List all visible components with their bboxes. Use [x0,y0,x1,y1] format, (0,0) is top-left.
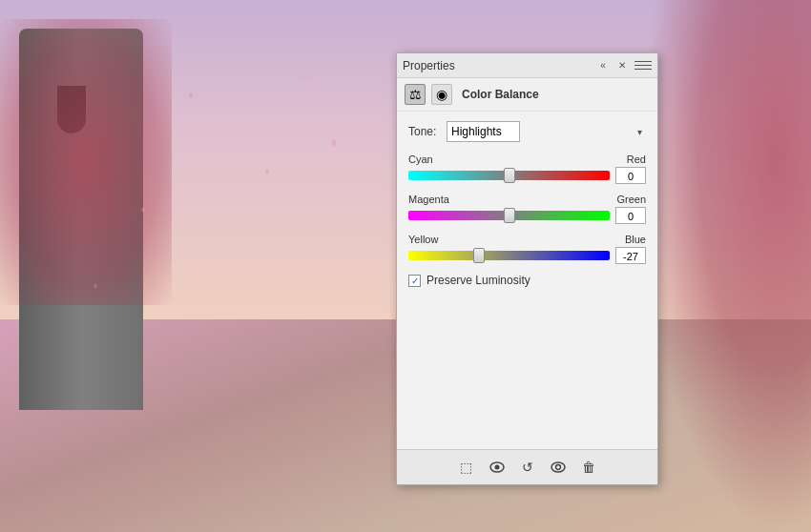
panel-toolbar: ⚖ ◉ Color Balance [397,78,657,112]
red-label: Red [627,153,646,165]
yellow-label: Yellow [408,234,438,245]
clip-icon[interactable]: ⬚ [455,456,478,479]
tone-select-wrapper: Shadows Midtones Highlights [447,121,646,142]
magenta-green-track[interactable] [408,211,610,220]
visibility-icon[interactable] [486,456,509,479]
preserve-luminosity-checkbox[interactable]: ✓ [408,275,421,287]
cyan-red-track-wrapper: 0 [408,167,646,184]
yellow-blue-thumb[interactable] [473,248,485,263]
menu-line-1 [634,61,652,62]
delete-icon[interactable]: 🗑 [577,456,600,479]
yellow-blue-value[interactable]: -27 [615,247,646,264]
tone-row: Tone: Shadows Midtones Highlights [408,121,646,142]
tone-select[interactable]: Shadows Midtones Highlights [447,121,520,142]
cyan-red-slider-row: Cyan Red 0 [408,153,646,184]
panel-menu-icon[interactable] [634,59,652,72]
preserve-luminosity-row: ✓ Preserve Luminosity [408,274,646,287]
magenta-label: Magenta [408,194,449,205]
blue-label: Blue [625,234,646,245]
menu-line-3 [634,69,652,70]
panel-collapse-button[interactable]: « [596,59,610,72]
panel-title-controls: « ✕ [596,59,652,72]
tone-label: Tone: [408,125,439,138]
cyan-red-track[interactable] [408,171,610,180]
yellow-blue-labels: Yellow Blue [408,234,646,245]
panel-titlebar: Properties « ✕ [397,53,657,78]
svg-point-3 [555,465,560,470]
yellow-blue-track[interactable] [408,251,610,260]
yellow-blue-slider-row: Yellow Blue -27 [408,234,646,264]
preserve-luminosity-label: Preserve Luminosity [426,274,530,287]
panel-content: Tone: Shadows Midtones Highlights Cyan R… [397,112,657,297]
adjustment-icon[interactable]: ⚖ [405,84,426,105]
camera-icon[interactable]: ◉ [431,84,452,105]
cyan-red-thumb[interactable] [504,168,515,183]
magenta-green-labels: Magenta Green [408,194,646,205]
properties-panel: Properties « ✕ ⚖ ◉ Color Balance Tone: S… [396,52,658,485]
reset-icon[interactable]: ↺ [516,456,539,479]
panel-close-button[interactable]: ✕ [615,59,629,72]
yellow-blue-track-wrapper: -27 [408,247,646,264]
section-title: Color Balance [462,88,539,101]
cyan-label: Cyan [408,153,433,165]
panel-spacer [397,297,657,449]
panel-bottom-toolbar: ⬚ ↺ 🗑 [397,449,657,484]
menu-line-2 [634,65,652,66]
magenta-green-track-wrapper: 0 [408,207,646,224]
green-label: Green [616,194,646,205]
svg-point-2 [551,462,565,472]
panel-title: Properties [403,59,455,72]
cyan-red-labels: Cyan Red [408,153,646,165]
magenta-green-thumb[interactable] [504,208,515,223]
svg-point-1 [494,465,499,470]
eye-icon[interactable] [547,456,570,479]
magenta-green-value[interactable]: 0 [615,207,646,224]
cyan-red-value[interactable]: 0 [615,167,646,184]
magenta-green-slider-row: Magenta Green 0 [408,194,646,224]
